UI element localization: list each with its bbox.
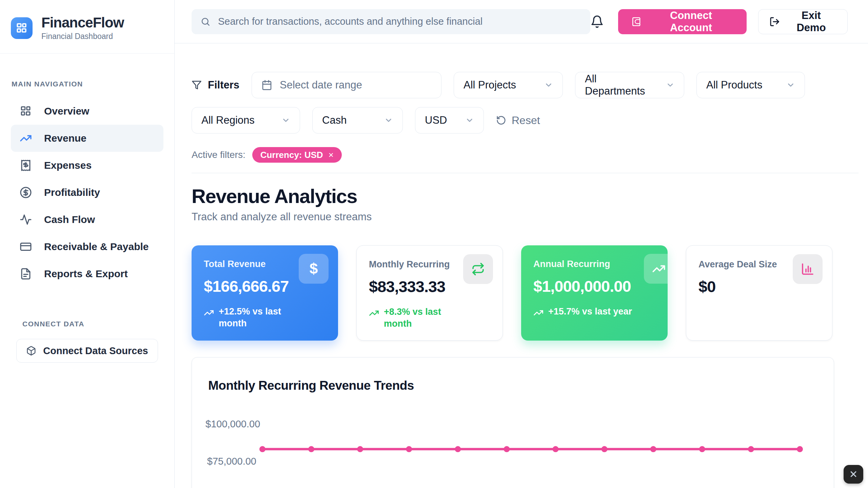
trend-up-arrow-icon [533,308,544,318]
dashboard-grid-icon [20,105,32,117]
kpi-card-annual-recurring: Annual Recurring $1,000,000.00 +15.7% vs… [521,245,668,341]
line-chart-canvas [192,358,834,488]
kpi-trend: +8.3% vs last month [369,306,454,330]
data-point-marker[interactable] [455,446,461,452]
kpi-card-monthly-recurring: Monthly Recurring $83,333.33 +8.3% vs la… [356,245,503,341]
data-point-marker[interactable] [259,446,265,452]
chevron-down-icon [666,81,675,89]
reset-filters-button[interactable]: Reset [496,114,540,127]
data-point-marker[interactable] [699,446,705,452]
date-range-input[interactable]: Select date range [252,72,441,98]
filter-funnel-icon [192,80,202,90]
receipt-icon [20,159,32,171]
sidebar-item-revenue[interactable]: Revenue [11,125,163,152]
sidebar: FinanceFlow Financial Dashboard MAIN NAV… [0,0,175,488]
close-icon: ✕ [849,468,857,480]
sidebar-item-cash-flow[interactable]: Cash Flow [11,206,163,233]
kpi-cards: Total Revenue $166,666.67 +12.5% vs last… [192,245,859,341]
calendar-icon [261,80,272,90]
section-divider [192,173,859,173]
page-title: Revenue Analytics [192,185,859,207]
chevron-down-icon [384,116,393,125]
main-content: Filters Select date range All Projects A… [175,43,868,488]
trend-up-arrow-icon [369,308,379,318]
page-subtitle: Track and analyze all revenue streams [192,211,859,223]
sidebar-item-profitability[interactable]: Profitability [11,179,163,206]
sidebar-item-reports-export[interactable]: Reports & Export [11,260,163,287]
app: FinanceFlow Financial Dashboard MAIN NAV… [0,0,868,488]
projects-select[interactable]: All Projects [454,72,563,98]
activity-icon [20,214,32,226]
cash-select[interactable]: Cash [312,107,403,134]
chevron-down-icon [786,81,795,89]
topbar: Connect Account Exit Demo [175,0,868,43]
data-point-marker[interactable] [650,446,656,452]
exit-demo-button[interactable]: Exit Demo [758,9,848,34]
sidebar-nav: Overview Revenue Expenses Profitability [0,98,174,287]
global-search[interactable] [192,9,590,34]
dollar-icon: $ [299,254,329,284]
kpi-trend: +15.7% vs last year [533,306,655,318]
connect-data-sources-button[interactable]: Connect Data Sources [16,339,158,363]
app-subtitle: Financial Dashboard [41,32,124,41]
connect-account-button[interactable]: Connect Account [618,9,747,34]
chip-close-icon[interactable]: × [329,150,334,159]
package-icon [26,346,36,356]
credit-card-icon [20,241,32,253]
data-point-marker[interactable] [601,446,608,452]
dollar-circle-icon [20,186,32,199]
sidebar-item-expenses[interactable]: Expenses [11,152,163,179]
logout-icon [769,16,780,27]
chevron-down-icon [281,116,290,125]
data-point-marker[interactable] [504,446,510,452]
filters-row-2: All Regions Cash USD Reset [192,107,859,134]
currency-filter-chip[interactable]: Currency: USD × [252,147,342,163]
kpi-trend: +12.5% vs last month [204,306,289,329]
kpi-card-total-revenue: Total Revenue $166,666.67 +12.5% vs last… [192,245,338,341]
data-point-marker[interactable] [357,446,363,452]
search-input[interactable] [218,16,581,27]
sidebar-item-overview[interactable]: Overview [11,98,163,125]
kpi-card-average-deal-size: Average Deal Size $0 [686,245,832,341]
data-point-marker[interactable] [797,446,803,452]
mrr-trends-chart-card: Monthly Recurring Revenue Trends $100,00… [192,357,834,488]
active-filters-label: Active filters: [192,149,245,160]
departments-select[interactable]: All Departments [575,72,684,98]
data-point-marker[interactable] [406,446,412,452]
filters-row-1: Filters Select date range All Projects A… [192,72,859,98]
products-select[interactable]: All Products [696,72,805,98]
sidebar-item-receivable-payable[interactable]: Receivable & Payable [11,233,163,260]
wallet-icon [631,16,642,27]
app-title: FinanceFlow [41,15,124,30]
filters-title: Filters [192,79,239,91]
currency-select[interactable]: USD [415,107,484,134]
sidebar-section-main: MAIN NAVIGATION [0,80,174,88]
sidebar-section-connect: CONNECT DATA [0,320,174,328]
chevron-down-icon [465,116,474,125]
file-text-icon [20,268,32,280]
brand: FinanceFlow Financial Dashboard [0,0,174,54]
notifications-bell-icon[interactable] [590,15,604,28]
data-point-marker[interactable] [308,446,314,452]
active-filters-row: Active filters: Currency: USD × [192,147,859,163]
reset-rotate-icon [496,115,506,125]
floating-close-button[interactable]: ✕ [844,465,863,484]
data-point-marker[interactable] [553,446,559,452]
app-logo-icon [11,17,33,39]
data-point-marker[interactable] [748,446,754,452]
regions-select[interactable]: All Regions [192,107,300,134]
bar-chart-icon [793,254,823,284]
trend-up-arrow-icon [204,308,214,318]
chevron-down-icon [544,81,553,89]
trending-up-icon [644,254,668,284]
search-icon [200,17,211,27]
trending-up-icon [20,132,32,144]
repeat-icon [463,254,493,284]
